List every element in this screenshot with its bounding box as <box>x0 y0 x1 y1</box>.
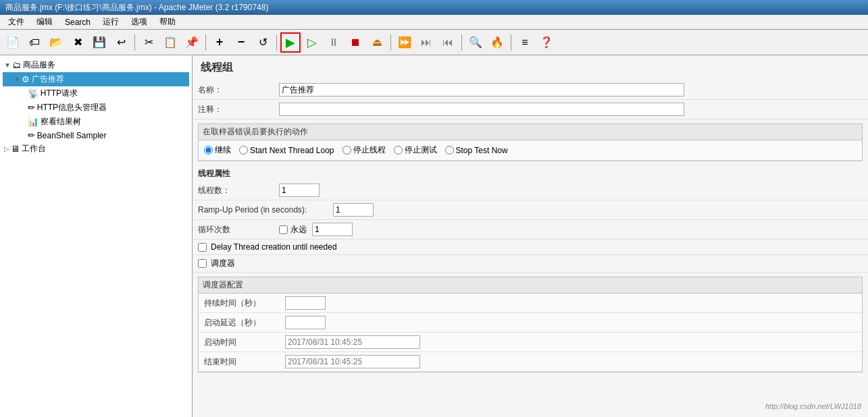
rampup-label: Ramp-Up Period (in seconds): <box>198 205 333 215</box>
radio-group: 继续 Start Next Thread Loop 停止线程 停止测试 Stop… <box>199 140 862 161</box>
forever-option[interactable]: 永远 <box>279 224 307 235</box>
sidebar: ▼ 🗂 商品服务 ▼ ⚙ 广告推荐 📡 HTTP请求 ✏ HTTP信息头管理器 … <box>0 55 193 417</box>
scheduler-config-title: 调度器配置 <box>199 277 862 294</box>
radio-stop-test-now[interactable]: Stop Test Now <box>445 146 508 155</box>
end-time-input[interactable] <box>285 355 420 368</box>
duration-input[interactable] <box>285 296 326 310</box>
remote-stop2-button[interactable]: ⏮ <box>438 32 458 53</box>
rampup-row: Ramp-Up Period (in seconds): <box>193 200 868 220</box>
sidebar-label-goods: 商品服务 <box>23 59 55 71</box>
radio-stop-thread[interactable]: 停止线程 <box>342 144 386 156</box>
rampup-input[interactable] <box>333 203 374 217</box>
toggle-goods: ▼ <box>4 61 11 69</box>
comment-input[interactable] <box>279 103 684 116</box>
radio-next-loop[interactable]: Start Next Thread Loop <box>239 146 334 155</box>
delay-thread-row: Delay Thread creation until needed <box>193 240 868 255</box>
sidebar-item-workspace[interactable]: ▷ 🖥 工作台 <box>3 142 189 156</box>
thread-count-label: 线程数： <box>198 185 279 196</box>
name-input[interactable] <box>279 83 684 96</box>
open-button[interactable]: 📂 <box>46 32 66 53</box>
separator6 <box>511 34 511 51</box>
toggle-workspace: ▷ <box>4 145 9 152</box>
error-action-section: 在取样器错误后要执行的动作 继续 Start Next Thread Loop … <box>198 123 863 161</box>
goods-icon: 🗂 <box>12 60 21 70</box>
scheduler-checkbox[interactable] <box>198 259 207 268</box>
sidebar-item-goods[interactable]: ▼ 🗂 商品服务 <box>3 58 189 72</box>
toggle-tree <box>24 118 26 126</box>
comment-row: 注释： <box>193 100 868 119</box>
sidebar-item-ad[interactable]: ▼ ⚙ 广告推荐 <box>3 72 189 86</box>
separator4 <box>390 34 391 51</box>
radio-stop-test[interactable]: 停止测试 <box>394 144 437 156</box>
stop-button[interactable]: ⏹ <box>345 32 365 53</box>
scheduler-config-section: 调度器配置 持续时间（秒） 启动延迟（秒） 启动时间 结束时间 <box>198 277 863 372</box>
start-nolog-button[interactable]: ▷ <box>302 32 322 53</box>
sidebar-label-tree: 察看结果树 <box>41 116 81 128</box>
start-time-row: 启动时间 <box>199 333 862 352</box>
shutdown-button[interactable]: ⏏ <box>367 32 387 53</box>
toggle-ad: ▼ <box>14 76 20 83</box>
sidebar-item-bean[interactable]: ✏ BeanShell Sampler <box>3 129 189 142</box>
sidebar-label-http: HTTP请求 <box>41 88 78 99</box>
separator3 <box>276 34 277 51</box>
name-row: 名称： <box>193 80 868 100</box>
title-bar: 商品服务.jmx (F:\接口练习\商品服务.jmx) - Apache JMe… <box>0 0 868 15</box>
start-delay-input[interactable] <box>285 316 326 329</box>
cut-button[interactable]: ✂ <box>138 32 159 53</box>
sidebar-item-header[interactable]: ✏ HTTP信息头管理器 <box>3 101 189 115</box>
header-icon: ✏ <box>28 103 35 113</box>
radio-continue[interactable]: 继续 <box>204 144 231 156</box>
title-text: 商品服务.jmx (F:\接口练习\商品服务.jmx) - Apache JMe… <box>5 2 268 13</box>
menu-run[interactable]: 运行 <box>97 15 124 29</box>
menu-file[interactable]: 文件 <box>3 15 30 29</box>
toggle-http <box>24 90 26 97</box>
paste-button[interactable]: 📌 <box>182 32 202 53</box>
save-button[interactable]: 💾 <box>89 32 109 53</box>
loop-input[interactable] <box>312 223 353 236</box>
toggle-bean <box>24 132 26 139</box>
help-button[interactable]: ❓ <box>536 32 557 53</box>
template-button[interactable]: 🏷 <box>24 32 45 53</box>
main-area: ▼ 🗂 商品服务 ▼ ⚙ 广告推荐 📡 HTTP请求 ✏ HTTP信息头管理器 … <box>0 55 868 417</box>
menu-bar: 文件 编辑 Search 运行 选项 帮助 <box>0 15 868 30</box>
clear-button[interactable]: ↺ <box>253 32 273 53</box>
start-delay-label: 启动延迟（秒） <box>204 317 285 329</box>
sidebar-label-workspace: 工作台 <box>22 143 46 155</box>
sidebar-label-bean: BeanShell Sampler <box>37 131 107 140</box>
watermark: http://blog.csdn.net/LWJ1018 <box>765 402 861 410</box>
start-time-input[interactable] <box>285 335 420 349</box>
separator2 <box>205 34 206 51</box>
sidebar-item-tree[interactable]: 📊 察看结果树 <box>3 115 189 129</box>
menu-options[interactable]: 选项 <box>126 15 153 29</box>
start-button[interactable]: ▶ <box>280 32 301 53</box>
start-time-label: 启动时间 <box>204 337 285 348</box>
pause-button[interactable]: ⏸ <box>324 32 344 53</box>
remote-stop-button[interactable]: ⏭ <box>416 32 436 53</box>
tree-result-icon: 📊 <box>28 117 39 127</box>
sidebar-item-http[interactable]: 📡 HTTP请求 <box>3 86 189 101</box>
revert-button[interactable]: ↩ <box>111 32 131 53</box>
remote-start-button[interactable]: ⏩ <box>394 32 415 53</box>
menu-search[interactable]: Search <box>59 16 96 28</box>
separator5 <box>461 34 462 51</box>
menu-edit[interactable]: 编辑 <box>31 15 58 29</box>
forever-checkbox[interactable] <box>279 225 288 234</box>
close-button[interactable]: ✖ <box>68 32 88 53</box>
forever-label: 永远 <box>290 224 307 235</box>
copy-button[interactable]: 📋 <box>160 32 180 53</box>
menu-help[interactable]: 帮助 <box>154 15 181 29</box>
fire-button[interactable]: 🔥 <box>487 32 507 53</box>
tree-button[interactable]: ≡ <box>515 32 535 53</box>
new-button[interactable]: 📄 <box>3 32 23 53</box>
delay-thread-label: Delay Thread creation until needed <box>211 242 337 252</box>
add-button[interactable]: + <box>209 32 230 53</box>
thread-count-input[interactable] <box>279 184 320 197</box>
analyze-button[interactable]: 🔍 <box>465 32 486 53</box>
panel-title: 线程组 <box>193 55 868 80</box>
delay-thread-checkbox[interactable] <box>198 243 207 252</box>
remove-button[interactable]: − <box>231 32 251 53</box>
thread-count-row: 线程数： <box>193 181 868 200</box>
duration-label: 持续时间（秒） <box>204 298 285 309</box>
scheduler-row: 调度器 <box>193 255 868 273</box>
ad-icon: ⚙ <box>22 74 30 84</box>
